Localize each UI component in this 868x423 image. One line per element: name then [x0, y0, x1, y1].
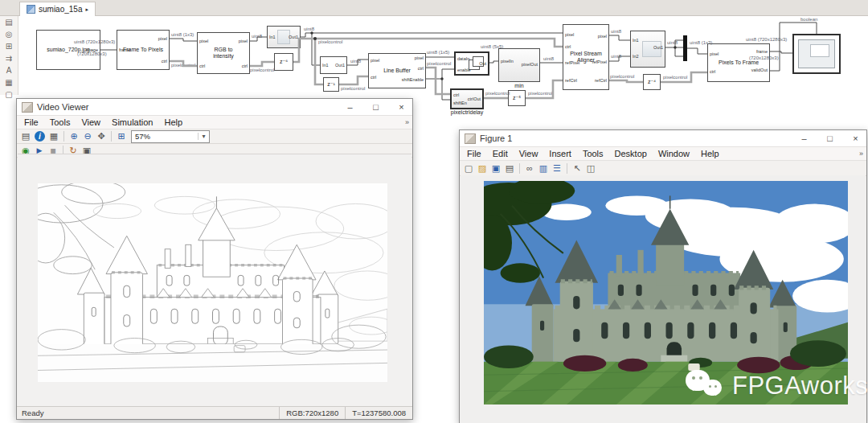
- insert-legend-icon[interactable]: ☰: [551, 162, 563, 175]
- block-pixels-to-frame[interactable]: Pixels To Frame pixel ctrl frame validOu…: [707, 43, 770, 82]
- pixel-region-icon[interactable]: ▦: [47, 130, 60, 142]
- signal-label: pixelcontrol: [341, 86, 365, 91]
- block-delay-z4[interactable]: z⁻⁴: [643, 74, 661, 90]
- block-caption: z⁻¹: [324, 81, 338, 88]
- mux-bar[interactable]: [683, 35, 687, 61]
- figure-titlebar[interactable]: Figure 1 – □ ×: [460, 130, 866, 147]
- port-label: pixel: [199, 39, 208, 43]
- video-viewer-titlebar[interactable]: Video Viewer – □ ×: [17, 99, 412, 116]
- signal-label: pixelcontrol: [663, 75, 687, 80]
- menu-tools[interactable]: Tools: [44, 117, 76, 127]
- pan-icon[interactable]: ✥: [95, 130, 108, 142]
- close-button[interactable]: ×: [391, 100, 412, 115]
- zoom-tool-icon[interactable]: ◎: [3, 30, 15, 39]
- port-label: shiftEnable: [402, 77, 424, 82]
- menu-tools[interactable]: Tools: [577, 149, 609, 158]
- menubar-overflow-icon[interactable]: »: [859, 150, 866, 158]
- signal-label: uint8: [611, 54, 621, 59]
- block-caption: Line Buffer: [369, 68, 425, 74]
- block-pixelctrldelay[interactable]: ctrl shiftEn ctrlOut pixelctrldelay: [450, 88, 484, 109]
- video-viewer-title: Video Viewer: [37, 102, 335, 112]
- block-delay-z1[interactable]: z⁻¹: [323, 77, 339, 92]
- block-window-kernel[interactable]: dataIn enable Out: [454, 51, 489, 76]
- block-filter-subsystem[interactable]: In1 Out1: [267, 26, 301, 48]
- minimize-button[interactable]: –: [339, 100, 361, 115]
- block-video-viewer-sink[interactable]: [792, 34, 841, 74]
- image-tool-icon[interactable]: ▦: [3, 78, 15, 88]
- port-label: pixelIn: [501, 59, 514, 64]
- new-figure-icon[interactable]: ▢: [462, 162, 475, 175]
- menubar-overflow-icon[interactable]: »: [405, 118, 412, 126]
- menu-insert[interactable]: Insert: [543, 149, 577, 158]
- minimize-button[interactable]: –: [793, 131, 815, 146]
- watermark-text: FPGAworks: [732, 372, 868, 400]
- print-figure-icon[interactable]: ▤: [503, 162, 516, 175]
- video-information-icon[interactable]: i: [35, 131, 45, 142]
- block-frame-to-pixels[interactable]: Frame To Pixels frame pixel ctrl: [117, 30, 170, 70]
- block-delay-z5[interactable]: z⁻⁵: [508, 90, 526, 106]
- menu-help[interactable]: Help: [695, 149, 725, 158]
- signal-label: pixelcontrol: [171, 63, 195, 68]
- block-rgb-to-intensity[interactable]: RGB to intensity pixel ctrl pixel ctrl: [197, 32, 250, 74]
- video-viewer-statusbar: Ready RGB:720x1280 T=1237580.008: [17, 406, 412, 419]
- menu-file[interactable]: File: [18, 117, 44, 127]
- close-button[interactable]: ×: [845, 131, 866, 146]
- zoom-level-combo[interactable]: 57% ▾: [131, 130, 210, 143]
- tab-breadcrumb-arrow-icon[interactable]: ▸: [85, 6, 88, 13]
- open-file-icon[interactable]: ▨: [476, 162, 489, 175]
- edit-plot-arrow-icon[interactable]: ↖: [571, 162, 583, 175]
- zoom-out-icon[interactable]: ⊖: [81, 130, 94, 142]
- menu-desktop[interactable]: Desktop: [609, 149, 653, 158]
- maintain-fit-icon[interactable]: ⊞: [115, 130, 128, 142]
- port-label: ctrl: [565, 44, 571, 49]
- video-viewer-window: Video Viewer – □ × File Tools View Simul…: [16, 98, 413, 420]
- signal-label: uint8: [543, 56, 554, 61]
- menu-file[interactable]: File: [461, 149, 487, 158]
- insert-colorbar-icon[interactable]: ▥: [537, 162, 550, 175]
- port-label: shiftEn: [453, 101, 467, 105]
- port-label: frame: [119, 47, 130, 52]
- menu-help[interactable]: Help: [158, 117, 188, 127]
- menu-edit[interactable]: Edit: [487, 149, 514, 158]
- signal-label: uint8: [304, 27, 314, 31]
- menu-view[interactable]: View: [76, 117, 106, 127]
- export-image-icon[interactable]: ▤: [19, 130, 32, 142]
- maximize-button[interactable]: □: [365, 100, 387, 115]
- block-subtract-subsystem[interactable]: In1 In2 Out1: [630, 31, 665, 68]
- status-ready: Ready: [17, 409, 279, 417]
- signal-label: uint8: [252, 34, 262, 39]
- block-min[interactable]: pixelIn pixelOut min: [498, 48, 540, 82]
- fit-to-view-icon[interactable]: ⊞: [3, 42, 15, 51]
- zoom-in-icon[interactable]: ⊕: [68, 130, 80, 142]
- property-inspector-icon[interactable]: ◫: [584, 162, 597, 175]
- annotation-icon[interactable]: A: [3, 66, 15, 76]
- maximize-button[interactable]: □: [819, 131, 841, 146]
- figure-toolbar: ▢ ▨ ▣ ▤ ∞ ▥ ☰ ↖ ◫: [460, 161, 866, 176]
- link-plot-icon[interactable]: ∞: [523, 162, 536, 175]
- port-label: In1: [633, 38, 639, 43]
- block-branch-subsystem[interactable]: In1 Out1: [320, 56, 347, 74]
- signal-label: boolean: [800, 17, 817, 22]
- signal-label: pixelcontrol: [610, 74, 634, 79]
- signal-label: uint8 (1x5): [427, 50, 449, 55]
- port-label: dataIn: [457, 56, 469, 61]
- block-under-caption: min: [483, 83, 555, 88]
- save-figure-icon[interactable]: ▣: [489, 162, 502, 175]
- combo-dropdown-icon[interactable]: ▾: [198, 133, 209, 140]
- block-caption: Pixel Stream Aligner: [563, 51, 608, 64]
- menu-view[interactable]: View: [514, 149, 544, 158]
- signal-routing-icon[interactable]: ⇉: [3, 54, 15, 64]
- menu-simulation[interactable]: Simulation: [106, 117, 158, 127]
- signal-label: uint8: [350, 59, 361, 64]
- block-delay-z6[interactable]: z⁻⁶: [274, 53, 293, 71]
- sketch-image: [38, 183, 387, 382]
- panel-toggle-icon[interactable]: ▤: [3, 18, 15, 27]
- model-tab-label: sumiao_15a: [39, 5, 82, 14]
- video-viewer-canvas[interactable]: [18, 154, 411, 407]
- block-pixel-stream-aligner[interactable]: Pixel Stream Aligner pixel ctrl refPixel…: [563, 24, 609, 90]
- model-tab[interactable]: sumiao_15a ▸: [19, 2, 96, 16]
- block-line-buffer[interactable]: Line Buffer pixel ctrl pixel ctrl shiftE…: [368, 53, 426, 88]
- area-tool-icon[interactable]: ▢: [3, 90, 15, 100]
- block-source-image[interactable]: sumiao_720p.jpg Image: [36, 30, 100, 70]
- menu-window[interactable]: Window: [653, 149, 695, 158]
